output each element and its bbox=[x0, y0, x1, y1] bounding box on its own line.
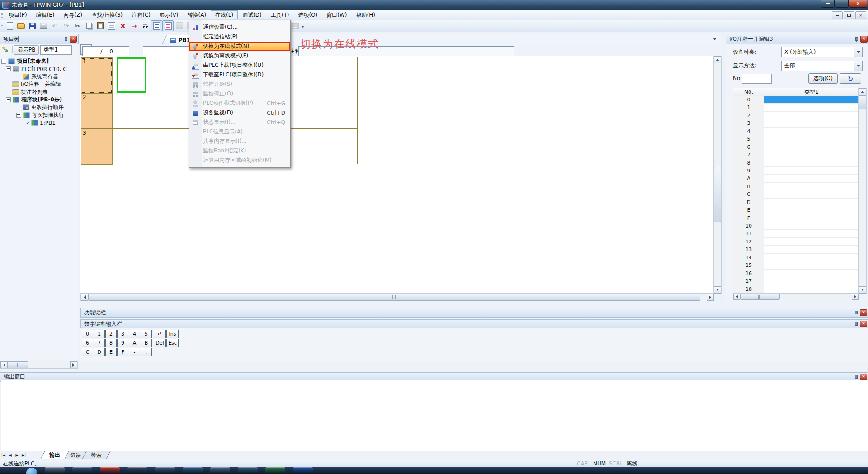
taskbar-app-4[interactable] bbox=[127, 467, 147, 474]
insert-row[interactable] bbox=[106, 20, 117, 31]
toolbar-overflow-button[interactable] bbox=[299, 21, 307, 32]
comment-cell[interactable] bbox=[764, 246, 859, 253]
tree-item[interactable]: 每次扫描执行 bbox=[0, 111, 78, 119]
comment-cell[interactable] bbox=[764, 119, 859, 127]
online-menu-item[interactable]: 状态显示(I)... Ctrl+Q bbox=[189, 118, 290, 127]
comment-cell[interactable] bbox=[764, 128, 859, 135]
io-table-row[interactable]: 6 bbox=[733, 143, 859, 151]
cut[interactable] bbox=[72, 20, 83, 31]
dropdown-arrow[interactable] bbox=[854, 47, 862, 57]
comment-cell[interactable] bbox=[764, 167, 859, 175]
panel-close-button[interactable]: × bbox=[860, 36, 868, 43]
menubar-item[interactable]: 帮助(H) bbox=[352, 10, 380, 19]
io-table-row[interactable]: E bbox=[733, 206, 859, 214]
expand-collapse-icon[interactable] bbox=[16, 113, 21, 118]
expand-collapse-icon[interactable] bbox=[1, 59, 6, 64]
output-tab[interactable]: 检索 bbox=[82, 451, 110, 459]
io-table-row[interactable]: 16 bbox=[733, 270, 859, 277]
scroll-right-button[interactable] bbox=[70, 361, 77, 368]
ladder-row-header-2[interactable]: 2 bbox=[81, 93, 113, 129]
scroll-thumb[interactable] bbox=[740, 294, 780, 300]
io-table-row[interactable]: 4 bbox=[733, 128, 859, 135]
comment-cell[interactable] bbox=[764, 254, 859, 261]
ladder-view[interactable] bbox=[151, 20, 162, 31]
io-table-row[interactable]: B bbox=[733, 183, 859, 190]
keypad-key[interactable]: 7 bbox=[94, 339, 105, 347]
new-file[interactable] bbox=[4, 20, 15, 31]
io-table-row[interactable]: 0 bbox=[733, 96, 859, 104]
comment-cell[interactable] bbox=[764, 261, 859, 269]
tree-item[interactable]: 系统寄存器 bbox=[0, 73, 78, 81]
restore-button[interactable] bbox=[835, 0, 849, 8]
io-table-vscrollbar[interactable] bbox=[858, 88, 867, 294]
tab-next-button[interactable]: ▶ bbox=[14, 452, 20, 459]
comment-cell[interactable] bbox=[764, 143, 859, 151]
io-table-row[interactable]: 14 bbox=[733, 254, 859, 261]
comment-cell[interactable] bbox=[764, 112, 859, 119]
pin-icon[interactable] bbox=[854, 322, 859, 327]
pin-icon[interactable] bbox=[854, 310, 859, 316]
scroll-thumb[interactable] bbox=[859, 95, 866, 109]
keypad-key[interactable]: Esc bbox=[166, 339, 179, 347]
expand-collapse-icon[interactable] bbox=[6, 66, 11, 71]
keypad-key[interactable]: D bbox=[94, 348, 105, 356]
io-table-row[interactable]: 15 bbox=[733, 261, 859, 269]
io-table-hscrollbar[interactable] bbox=[733, 293, 859, 300]
tab-first-button[interactable]: |◀ bbox=[0, 452, 7, 459]
taskbar-app-5[interactable] bbox=[155, 467, 175, 474]
close-button[interactable]: × bbox=[849, 0, 867, 8]
delete-red[interactable] bbox=[117, 20, 128, 31]
start-orb[interactable] bbox=[26, 468, 37, 474]
type-combo[interactable]: 类型1 bbox=[40, 45, 72, 55]
keypad-key[interactable]: - bbox=[129, 348, 140, 356]
comment-cell[interactable] bbox=[764, 96, 859, 104]
online-menu-item[interactable]: 监控Bank指定(K)... bbox=[189, 146, 290, 156]
comment-cell[interactable] bbox=[764, 135, 859, 143]
io-table-row[interactable]: D bbox=[733, 199, 859, 206]
keypad-key[interactable]: B bbox=[141, 339, 152, 347]
mdi-restore-button[interactable] bbox=[844, 11, 854, 19]
print[interactable] bbox=[38, 20, 49, 31]
keypad-key[interactable]: F bbox=[117, 348, 128, 356]
tree-item[interactable]: 块注释列表 bbox=[0, 88, 78, 96]
step-counter-field[interactable]: -/ 0 bbox=[82, 46, 129, 57]
open-folder[interactable] bbox=[15, 20, 27, 31]
output-content-area[interactable] bbox=[1, 380, 868, 452]
menubar-item[interactable]: 显示(V) bbox=[155, 10, 183, 19]
taskbar-app-3[interactable] bbox=[100, 467, 120, 474]
tree-item[interactable]: 程序块(PB-0步) bbox=[0, 96, 78, 104]
find[interactable] bbox=[140, 20, 151, 31]
show-pb-button[interactable]: 显示PB bbox=[14, 45, 39, 55]
keypad-key[interactable]: 6 bbox=[82, 339, 93, 347]
scroll-up-button[interactable] bbox=[859, 88, 866, 95]
keypad-key[interactable]: C bbox=[82, 348, 93, 356]
io-table-row[interactable]: 12 bbox=[733, 238, 859, 246]
comment-cell[interactable] bbox=[764, 277, 859, 285]
refresh-button[interactable]: ↻ bbox=[840, 73, 861, 84]
save[interactable] bbox=[27, 20, 38, 31]
io-table-row[interactable]: 8 bbox=[733, 159, 859, 167]
menubar-drag-handle[interactable] bbox=[1, 12, 3, 18]
online-menu-item[interactable]: PLC动作模式切换(P) Ctrl+G bbox=[189, 99, 290, 108]
tree-item[interactable]: ✓ 1:PB1 bbox=[0, 119, 78, 127]
redo[interactable] bbox=[61, 20, 72, 31]
menubar-item[interactable]: 选项(O) bbox=[293, 10, 322, 19]
io-table-row[interactable]: F bbox=[733, 214, 859, 222]
scroll-left-button[interactable] bbox=[0, 361, 8, 368]
mdi-close-button[interactable]: × bbox=[855, 11, 866, 19]
comment-cell[interactable] bbox=[764, 238, 859, 246]
scroll-right-button[interactable] bbox=[707, 294, 714, 301]
ladder-selection-cursor[interactable] bbox=[117, 57, 146, 93]
io-table-row[interactable]: 13 bbox=[733, 246, 859, 253]
comment-cell[interactable] bbox=[764, 190, 859, 198]
comment-cell[interactable] bbox=[764, 214, 859, 222]
pin-icon[interactable] bbox=[63, 37, 68, 42]
keypad-key[interactable]: A bbox=[129, 339, 140, 347]
keypad-key[interactable]: Ins bbox=[166, 330, 179, 338]
taskbar-app-6[interactable] bbox=[183, 467, 203, 474]
copy[interactable] bbox=[83, 20, 94, 31]
tree-filter-icon[interactable] bbox=[2, 46, 9, 53]
menubar-item[interactable]: 注释(C) bbox=[127, 10, 155, 19]
keypad-key[interactable]: Del bbox=[154, 339, 166, 347]
jump[interactable] bbox=[128, 20, 140, 31]
